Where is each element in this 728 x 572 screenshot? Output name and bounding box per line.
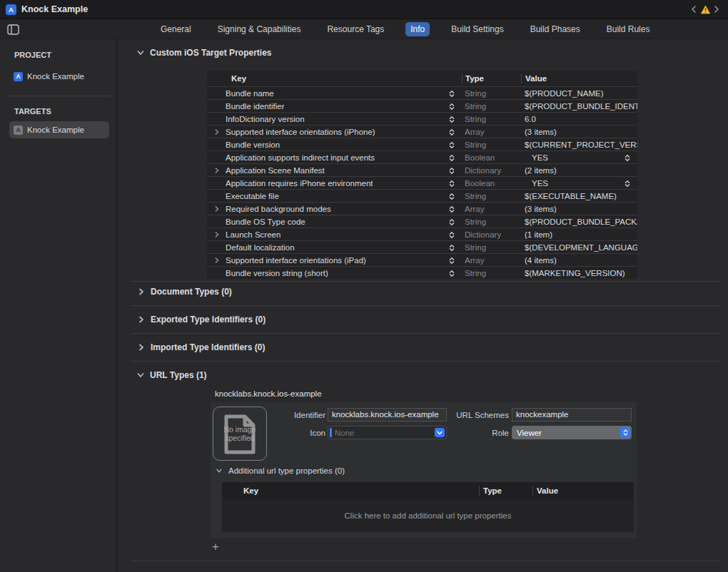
property-value[interactable]: (3 items) [521, 126, 637, 138]
property-type[interactable]: Dictionary [462, 166, 521, 175]
section-custom-ios-target-properties[interactable]: Custom iOS Target Properties [136, 48, 271, 58]
key-stepper-icon[interactable] [448, 256, 456, 265]
table-row[interactable]: Bundle version string (short) String $(M… [207, 266, 637, 279]
additional-properties-table: Key Type Value Click here to add additio… [222, 482, 634, 532]
url-type-image-well[interactable]: No image specified [213, 407, 267, 461]
property-value[interactable]: (3 items) [521, 203, 637, 215]
icon-dropdown-button[interactable] [435, 428, 445, 437]
key-stepper-icon[interactable] [448, 205, 456, 214]
key-stepper-icon[interactable] [448, 179, 456, 188]
key-stepper-icon[interactable] [448, 115, 456, 124]
property-type[interactable]: String [462, 243, 521, 252]
disclosure-right-icon[interactable] [213, 257, 221, 264]
key-stepper-icon[interactable] [448, 192, 456, 201]
table-row[interactable]: Launch Screen Dictionary (1 item) [207, 228, 637, 240]
warning-icon[interactable] [699, 4, 711, 15]
property-type[interactable]: Boolean [462, 179, 521, 188]
property-value[interactable]: $(CURRENT_PROJECT_VERSION) [521, 138, 637, 150]
table-row[interactable]: Bundle name String $(PRODUCT_NAME) [207, 86, 637, 99]
property-type[interactable]: String [462, 218, 521, 226]
property-value[interactable]: (2 items) [521, 164, 637, 176]
identifier-field[interactable]: knocklabs.knock.ios-example [328, 408, 447, 422]
table-row[interactable]: Application supports indirect input even… [207, 150, 637, 163]
property-value[interactable]: YES [521, 177, 637, 189]
property-type[interactable]: Array [462, 128, 521, 136]
property-type[interactable]: String [462, 141, 521, 149]
navigate-back-icon[interactable] [688, 4, 699, 15]
disclosure-right-icon[interactable] [213, 231, 221, 238]
property-type[interactable]: Dictionary [462, 230, 521, 239]
key-stepper-icon[interactable] [448, 218, 456, 227]
property-value[interactable]: (4 items) [521, 254, 637, 266]
key-stepper-icon[interactable] [448, 243, 456, 252]
key-stepper-icon[interactable] [448, 269, 456, 278]
key-stepper-icon[interactable] [448, 166, 456, 175]
property-value[interactable]: $(PRODUCT_BUNDLE_IDENTIFIER) [521, 100, 637, 112]
tab-signing-capabilities[interactable]: Signing & Capabilities [213, 22, 306, 36]
property-value[interactable]: 6.0 [521, 113, 637, 125]
table-row[interactable]: Required background modes Array (3 items… [207, 202, 637, 215]
table-row[interactable]: Bundle identifier String $(PRODUCT_BUNDL… [207, 99, 637, 112]
table-row[interactable]: Default localization String $(DEVELOPMEN… [207, 240, 637, 253]
property-value[interactable]: $(PRODUCT_NAME) [521, 87, 637, 99]
tab-build-rules[interactable]: Build Rules [602, 22, 655, 36]
property-type[interactable]: Array [462, 205, 521, 213]
role-popup-button[interactable] [620, 427, 630, 438]
property-value[interactable]: YES [521, 151, 637, 163]
tab-info[interactable]: Info [405, 22, 430, 36]
additional-properties-empty-row[interactable]: Click here to add additional url type pr… [222, 499, 634, 532]
tab-build-phases[interactable]: Build Phases [525, 22, 585, 36]
property-type[interactable]: String [462, 89, 521, 98]
key-stepper-icon[interactable] [448, 89, 456, 98]
property-key: Application Scene Manifest [226, 166, 325, 175]
section-exported-type-identifiers[interactable]: Exported Type Identifiers (0) [137, 315, 266, 325]
property-type[interactable]: String [462, 269, 521, 277]
disclosure-right-icon[interactable] [213, 167, 221, 174]
property-type[interactable]: String [462, 102, 521, 111]
table-row[interactable]: InfoDictionary version String 6.0 [207, 112, 637, 125]
tab-build-settings[interactable]: Build Settings [446, 22, 508, 36]
property-type[interactable]: Boolean [462, 153, 521, 162]
property-value[interactable]: $(DEVELOPMENT_LANGUAGE) [521, 241, 637, 253]
key-stepper-icon[interactable] [448, 153, 456, 163]
navigate-forward-icon[interactable] [711, 4, 722, 15]
add-url-type-button[interactable]: + [208, 540, 223, 554]
key-stepper-icon[interactable] [448, 230, 456, 240]
table-row[interactable]: Supported interface orientations (iPad) … [207, 253, 637, 266]
table-row[interactable]: Supported interface orientations (iPhone… [207, 125, 637, 138]
property-type[interactable]: String [462, 115, 521, 123]
property-value[interactable]: $(MARKETING_VERSION) [521, 267, 637, 279]
url-schemes-field[interactable]: knockexample [512, 408, 632, 422]
sidebar-item-target[interactable]: A Knock Example [9, 121, 109, 138]
property-value[interactable]: $(PRODUCT_BUNDLE_PACKAGE_TYPE) [521, 215, 637, 228]
value-stepper-icon[interactable] [623, 153, 632, 163]
section-imported-type-identifiers[interactable]: Imported Type Identifiers (0) [137, 342, 265, 352]
property-value[interactable]: $(EXECUTABLE_NAME) [521, 190, 637, 202]
section-url-types[interactable]: URL Types (1) [136, 370, 207, 380]
additional-url-properties-header[interactable]: Additional url type properties (0) [216, 466, 345, 475]
sidebar-item-project[interactable]: A Knock Example [14, 69, 116, 83]
disclosure-right-icon[interactable] [213, 128, 221, 136]
icon-dropdown[interactable]: None [328, 426, 447, 439]
property-type[interactable]: String [462, 192, 521, 200]
value-stepper-icon[interactable] [623, 179, 632, 188]
property-type[interactable]: Array [462, 256, 521, 265]
table-row[interactable]: Executable file String $(EXECUTABLE_NAME… [207, 189, 637, 202]
key-stepper-icon[interactable] [448, 128, 456, 137]
property-key: Bundle version [226, 141, 280, 149]
disclosure-right-icon[interactable] [213, 205, 221, 213]
tab-general[interactable]: General [156, 22, 196, 36]
tab-resource-tags[interactable]: Resource Tags [322, 22, 389, 36]
section-title: URL Types (1) [150, 370, 207, 380]
table-row[interactable]: Application Scene Manifest Dictionary (2… [207, 163, 637, 176]
key-stepper-icon[interactable] [448, 102, 456, 111]
table-row[interactable]: Bundle OS Type code String $(PRODUCT_BUN… [207, 215, 637, 228]
section-document-types[interactable]: Document Types (0) [137, 287, 232, 297]
sidebar-toggle-icon[interactable] [6, 24, 19, 35]
table-row[interactable]: Application requires iPhone environment … [207, 176, 637, 189]
key-stepper-icon[interactable] [448, 141, 456, 150]
property-value[interactable]: (1 item) [521, 228, 637, 240]
up-down-chevrons-icon [622, 428, 630, 437]
table-row[interactable]: Bundle version String $(CURRENT_PROJECT_… [207, 138, 637, 150]
role-popup[interactable]: Viewer [512, 426, 632, 439]
